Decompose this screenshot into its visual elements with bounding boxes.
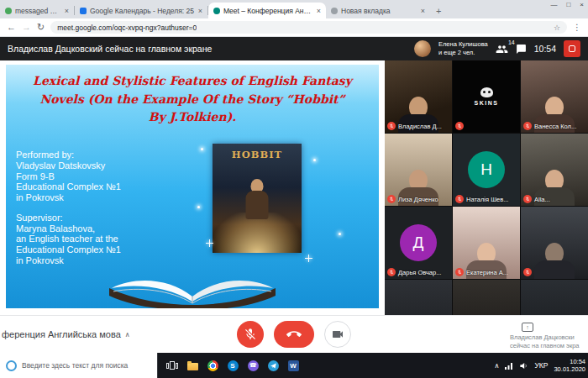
- reload-icon[interactable]: ↻: [37, 23, 45, 32]
- chrome-button[interactable]: [206, 359, 219, 372]
- presentation-slide: Lexical and Stylistic Features of Englis…: [6, 65, 379, 308]
- people-icon: [496, 43, 508, 55]
- speaker-icon[interactable]: [519, 361, 528, 370]
- participant-name: Ванесса Кол...: [534, 123, 576, 130]
- address-bar[interactable]: meet.google.com/oqc-xvpq-ngx?authuser=0 …: [50, 21, 567, 34]
- meet-app: Владислав Дацковский сейчас на главном э…: [0, 37, 588, 353]
- people-button[interactable]: 14: [496, 43, 508, 55]
- tab-title: Meet – Конференция Англій: [223, 7, 313, 15]
- meeting-name-text: ференция Английська мова: [2, 329, 121, 339]
- close-tab-icon[interactable]: ×: [65, 7, 69, 15]
- mute-button[interactable]: [237, 321, 264, 348]
- close-tab-icon[interactable]: ×: [317, 7, 321, 15]
- back-icon[interactable]: ←: [7, 23, 16, 32]
- telegram-icon: [268, 360, 279, 371]
- task-view-button[interactable]: [165, 359, 179, 372]
- word-button[interactable]: W: [286, 359, 300, 372]
- tab-title: Google Календарь - Неделя: 25: [90, 7, 195, 15]
- viber-button[interactable]: ☎: [246, 359, 260, 372]
- bookmark-star-icon[interactable]: ☆: [554, 24, 560, 32]
- tray-caret-icon[interactable]: ∧: [495, 362, 500, 370]
- taskbar-search[interactable]: [0, 353, 158, 378]
- tray-clock[interactable]: 10:54 30.01.2020: [554, 358, 585, 374]
- hang-up-button[interactable]: [274, 321, 314, 348]
- tile-participant[interactable]: Ванесса Кол...: [521, 60, 588, 133]
- tile-participant[interactable]: Alla...: [521, 134, 588, 206]
- mic-muted-icon: [387, 195, 396, 203]
- tile-participant[interactable]: Лиза Дяченко: [385, 134, 452, 206]
- tab-chat[interactable]: messaged Розовые Фла ×: [0, 3, 74, 18]
- system-tray: ∧ УКР 10:54 30.01.2020: [495, 358, 588, 374]
- tab-meet-active[interactable]: Meet – Конференция Англій ×: [208, 3, 326, 18]
- mic-muted-icon: [387, 122, 396, 130]
- tile-participant[interactable]: Д Дарья Овчар...: [385, 207, 452, 279]
- camera-button[interactable]: [324, 321, 351, 348]
- search-icon: [6, 360, 17, 371]
- chat-icon[interactable]: [516, 44, 527, 55]
- slide-title: Lexical and Stylistic Features of Englis…: [14, 72, 370, 127]
- new-tab-button[interactable]: +: [430, 3, 447, 18]
- page-favicon: [331, 8, 338, 14]
- sparkle-icon: [206, 239, 213, 247]
- tile-participant[interactable]: Екатерина А...: [453, 207, 520, 279]
- sparkle-icon: [305, 255, 312, 262]
- tile-participant[interactable]: [453, 280, 520, 315]
- participant-name: Лиза Дяченко: [398, 196, 438, 203]
- mic-muted-icon: [523, 195, 532, 203]
- present-icon: ↑: [522, 323, 533, 332]
- mic-muted-icon: [523, 122, 532, 130]
- url-text: meet.google.com/oqc-xvpq-ngx?authuser=0: [57, 24, 197, 32]
- window-controls: — □ ×: [550, 1, 584, 8]
- search-input[interactable]: [22, 361, 151, 370]
- close-tab-icon[interactable]: ×: [421, 7, 425, 15]
- keyboard-language[interactable]: УКР: [534, 361, 548, 370]
- slide-title-line: Novels (On the Example Of the Story “Hob…: [14, 91, 370, 109]
- tab-strip: messaged Розовые Фла × Google Календарь …: [0, 0, 588, 18]
- tile-participant[interactable]: [385, 280, 452, 315]
- toast-line: Владислав Дацковски: [510, 333, 588, 342]
- participant-name: Екатерина А...: [466, 269, 508, 276]
- red-corner-badge[interactable]: [564, 40, 580, 57]
- participant-name: Наталія Шев...: [466, 196, 508, 203]
- window-close-icon[interactable]: ×: [580, 1, 584, 8]
- call-bar: ференция Английська мова ∧ ↑ Владислав Д…: [0, 315, 588, 353]
- tray-date: 30.01.2020: [554, 365, 585, 373]
- people-count: 14: [508, 39, 515, 45]
- minimize-icon[interactable]: —: [550, 1, 557, 8]
- tab-new[interactable]: Новая вкладка ×: [326, 3, 430, 18]
- record-icon: [569, 45, 575, 52]
- skype-button[interactable]: S: [226, 359, 239, 372]
- tile-participant[interactable]: [521, 207, 588, 279]
- tile-participant[interactable]: Н Наталія Шев...: [453, 134, 520, 206]
- tile-participant[interactable]: SKINS: [453, 60, 520, 133]
- task-view-icon: [166, 361, 178, 370]
- forward-icon[interactable]: →: [22, 23, 31, 32]
- tile-participant[interactable]: Владислав Д...: [385, 60, 452, 133]
- close-tab-icon[interactable]: ×: [198, 7, 202, 15]
- browser-window: messaged Розовые Фла × Google Календарь …: [0, 0, 588, 378]
- tile-participant[interactable]: [521, 280, 588, 315]
- file-explorer-button[interactable]: [186, 359, 199, 372]
- participants-preview[interactable]: Елена Кулишова и еще 2 чел.: [438, 40, 488, 57]
- chevron-up-icon: ∧: [125, 331, 130, 339]
- participant-avatar: [414, 40, 431, 57]
- skull-icon: [480, 87, 493, 97]
- maximize-icon[interactable]: □: [566, 1, 570, 8]
- mic-muted-icon: [387, 268, 396, 276]
- network-icon[interactable]: [505, 362, 513, 370]
- mic-off-icon: [244, 328, 257, 341]
- logo-text: SKINS: [475, 100, 499, 106]
- browser-menu-icon[interactable]: ⋮: [573, 23, 581, 32]
- tab-calendar[interactable]: Google Календарь - Неделя: 25 ×: [75, 3, 207, 18]
- telegram-button[interactable]: [266, 359, 280, 372]
- call-end-icon: [286, 327, 302, 342]
- toast-line: сейчас на главном экра: [510, 342, 588, 350]
- presenting-banner: Владислав Дацковский сейчас на главном э…: [8, 44, 212, 54]
- participant-grid: Владислав Д... SKINS Ванесса Кол... Лиза…: [385, 60, 588, 315]
- meeting-name[interactable]: ференция Английська мова ∧: [2, 329, 130, 339]
- chrome-icon: [207, 360, 218, 371]
- viber-icon: ☎: [248, 360, 259, 371]
- participants-more: и еще 2 чел.: [438, 49, 488, 57]
- mic-muted-icon: [455, 122, 464, 130]
- poster-figure: [246, 179, 269, 219]
